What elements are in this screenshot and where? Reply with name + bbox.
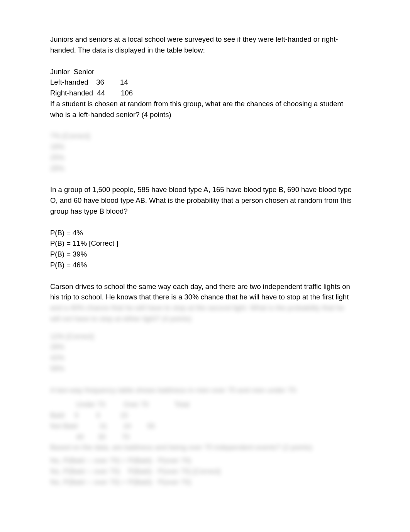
q2-option-1: P(B) = 4% <box>50 228 368 238</box>
q4-answer-3: No, P(Bald ∩ over 70) > P(Bald) · P(over… <box>50 477 368 488</box>
q3-answers-blurred: 12% [Correct] 28% 42% 58% <box>50 331 368 374</box>
q3-answer-3: 42% <box>50 352 368 363</box>
q3-intro-l1: Carson drives to school the same way eac… <box>50 281 368 292</box>
q4-table-l4: 40 30 70 <box>50 432 368 442</box>
text-line: In a group of 1,500 people, 585 have blo… <box>50 185 352 194</box>
q4-answer-1: No, P(Bald ∩ over 70) = P(Bald) · P(over… <box>50 455 368 466</box>
text-line: handed. The data is displayed in the tab… <box>50 46 205 54</box>
text-line: group has type B blood? <box>50 207 128 215</box>
text-line: Juniors and seniors at a local school we… <box>50 35 338 43</box>
q4-table-blurred: Under 70 Over 70 Total Bald 9 6 15 Not B… <box>50 399 368 453</box>
q1-answer-2: 18% <box>50 141 368 152</box>
q3-blurred-rest: and a 40% chance that he will have to st… <box>50 303 368 324</box>
q1-answer-3: 25% <box>50 152 368 163</box>
q4-table-l2: Bald 9 6 15 <box>50 410 368 421</box>
document-page: Juniors and seniors at a local school we… <box>0 0 410 487</box>
q4-table-l1: Under 70 Over 70 Total <box>50 399 368 410</box>
q3-answer-1: 12% [Correct] <box>50 331 368 342</box>
q1-answer-1: 7% [Correct] <box>50 131 368 141</box>
q3-intro-l4: will not have to stop at either light? (… <box>50 313 368 324</box>
q3-intro-l3: and a 40% chance that he will have to st… <box>50 303 368 313</box>
q3-answer-2: 28% <box>50 342 368 352</box>
q2-option-4: P(B) = 46% <box>50 260 368 270</box>
q1-table-headers: Junior Senior <box>50 66 368 77</box>
q1-answers-blurred: 7% [Correct] 18% 25% 28% <box>50 131 368 173</box>
q2-intro: In a group of 1,500 people, 585 have blo… <box>50 184 368 216</box>
q1-prompt-l2: who is a left-handed senior? (4 points) <box>50 109 368 120</box>
q4-block-blurred: A two-way frequency table shows baldness… <box>50 385 368 396</box>
q1-row-left: Left-handed 36 14 <box>50 77 368 88</box>
q4-answer-2: No, P(Bald ∩ over 70) P(Bald) · P(over 7… <box>50 466 368 477</box>
q1-intro: Juniors and seniors at a local school we… <box>50 34 368 56</box>
q2-option-3: P(B) = 39% <box>50 249 368 260</box>
q1-answer-4: 28% <box>50 163 368 174</box>
q2-options: P(B) = 4% P(B) = 11% [Correct ] P(B) = 3… <box>50 228 368 270</box>
q3-block: Carson drives to school the same way eac… <box>50 281 368 324</box>
q3-intro-l2: his trip to school. He knows that there … <box>50 292 368 303</box>
q2-option-2: P(B) = 11% [Correct ] <box>50 238 368 249</box>
q1-prompt-l1: If a student is chosen at random from th… <box>50 99 368 109</box>
q4-intro: A two-way frequency table shows baldness… <box>50 385 368 396</box>
q4-prompt: Based on the data, are baldness and bein… <box>50 442 368 453</box>
q1-data-block: Junior Senior Left-handed 36 14 Right-ha… <box>50 66 368 120</box>
q4-answers-blurred: No, P(Bald ∩ over 70) = P(Bald) · P(over… <box>50 455 368 487</box>
q3-answer-4: 58% <box>50 363 368 374</box>
q1-row-right: Right-handed 44 106 <box>50 88 368 99</box>
q4-table-l3: Not Bald 31 24 55 <box>50 421 368 432</box>
text-line: O, and 60 have blood type AB. What is th… <box>50 196 352 204</box>
